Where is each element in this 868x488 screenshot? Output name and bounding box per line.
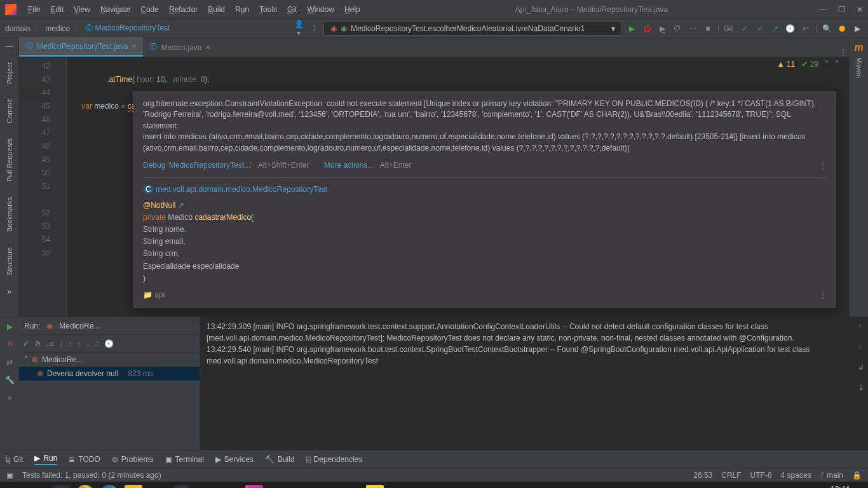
line-ending[interactable]: CRLF	[721, 471, 741, 480]
breadcrumb[interactable]: medico	[45, 24, 70, 33]
edge-icon[interactable]	[100, 485, 118, 488]
popup-options-icon[interactable]: ⋮	[819, 290, 827, 301]
breadcrumb[interactable]: domain	[5, 24, 30, 33]
search-icon[interactable]: 🔍	[28, 485, 46, 488]
run-icon[interactable]: ▶	[626, 24, 637, 33]
more-icon[interactable]: »	[7, 287, 11, 296]
class-path[interactable]: med.voll.api.domain.medico.MedicoReposit…	[156, 185, 327, 194]
coverage-icon[interactable]: ▶̲	[656, 24, 668, 33]
export-icon[interactable]: □	[95, 339, 99, 348]
fold-gutter[interactable]	[54, 57, 67, 316]
app-icon[interactable]: 🦝	[342, 485, 360, 488]
terminal-tool-button[interactable]: ▣ Terminal	[165, 455, 204, 464]
tool-windows-icon[interactable]: ▣	[6, 471, 13, 480]
explorer-icon[interactable]: 📁	[125, 485, 142, 488]
more-icon[interactable]: 🕘	[104, 339, 114, 348]
attach-icon[interactable]: ⋯	[687, 24, 698, 33]
maven-icon[interactable]: m	[854, 42, 863, 53]
maven-toolwindow[interactable]: Maven	[855, 53, 863, 82]
build-tool-button[interactable]: 🔨 Build	[265, 455, 295, 464]
indent[interactable]: 4 spaces	[781, 471, 811, 480]
breadcrumb[interactable]: Ⓒ MedicoRepositoryTest	[85, 23, 170, 34]
minimize-button[interactable]: —	[819, 5, 827, 14]
search-icon[interactable]: 🔍	[821, 24, 832, 33]
close-icon[interactable]: ✕	[205, 44, 210, 51]
test-node-root[interactable]: ˅⊗MedicoRe...	[19, 353, 200, 367]
git-commit-icon[interactable]: ✓	[754, 24, 766, 33]
problems-tool-button[interactable]: ⊝ Problems	[112, 455, 154, 464]
menu-run[interactable]: Run	[231, 3, 253, 17]
tab-medicorepositorytest[interactable]: ⒸMedicoRepositoryTest.java✕	[19, 37, 143, 57]
tab-options-icon[interactable]: ⋮	[837, 48, 849, 57]
menu-edit[interactable]: Edit	[46, 3, 67, 17]
expand-icon[interactable]: ↓	[59, 339, 63, 348]
test-node-fail[interactable]: ⊗Deveria devolver null 823 ms	[19, 367, 200, 381]
toggle-icon[interactable]: ⇄	[6, 358, 13, 367]
scroll-down-icon[interactable]: ↓	[858, 341, 864, 353]
app-icon[interactable]: 🔐	[294, 485, 311, 488]
jetbrains-icon[interactable]: ▶	[851, 24, 863, 33]
scroll-up-icon[interactable]: ↑	[858, 321, 864, 332]
git-history-icon[interactable]: 🕘	[785, 24, 796, 33]
popup-options-icon[interactable]: ⋮	[819, 160, 827, 171]
git-tool-button[interactable]: ʮ Git	[5, 455, 23, 464]
git-update-icon[interactable]: ✓	[739, 24, 750, 33]
app-icon[interactable]: 🎨	[149, 485, 166, 488]
rerun-failed-icon[interactable]: ⟲	[6, 340, 13, 349]
menu-help[interactable]: Help	[341, 3, 364, 17]
ide-settings-icon[interactable]: ⬣	[836, 24, 848, 33]
soft-wrap-icon[interactable]: ↲	[858, 362, 864, 373]
app-icon[interactable]	[366, 485, 384, 488]
eclipse2-icon[interactable]	[173, 485, 191, 488]
eclipse-icon[interactable]	[52, 485, 70, 488]
more-icon[interactable]: »	[8, 393, 12, 402]
app-icon[interactable]: ❯	[221, 485, 239, 488]
services-tool-button[interactable]: ▶ Services	[215, 455, 254, 464]
start-button[interactable]	[4, 485, 22, 488]
inspection-badges[interactable]: ▲ 11 ✔ 29 ˄˅	[777, 60, 839, 69]
todo-tool-button[interactable]: ≣ TODO	[69, 455, 100, 464]
chrome-icon[interactable]	[76, 485, 94, 488]
run-tool-button[interactable]: ▶ Run	[34, 454, 57, 465]
profile-icon[interactable]: ⏱	[672, 24, 683, 33]
intellij-icon[interactable]	[245, 485, 263, 488]
rerun-icon[interactable]: ▶	[7, 322, 13, 331]
stop-icon[interactable]: ■	[702, 24, 714, 33]
settings-icon[interactable]: 🔧	[5, 376, 15, 384]
structure-toolwindow[interactable]: Structure	[6, 243, 13, 280]
hammer-icon[interactable]: ⤴	[308, 24, 320, 33]
dependencies-tool-button[interactable]: ⌸ Dependencies	[306, 455, 363, 464]
pass-filter-icon[interactable]: ✔	[23, 339, 29, 348]
next-icon[interactable]: ↓	[86, 339, 90, 348]
menu-code[interactable]: Code	[137, 3, 163, 17]
encoding[interactable]: UTF-8	[750, 471, 772, 480]
obs-icon[interactable]: ◉	[269, 485, 287, 488]
debug-action-link[interactable]: Debug 'MedicoRepositoryTest...'	[143, 161, 252, 170]
collapse-icon[interactable]: —	[6, 42, 13, 51]
bookmarks-toolwindow[interactable]: Bookmarks	[6, 193, 13, 236]
menu-navigate[interactable]: Navigate	[97, 3, 134, 17]
more-actions-link[interactable]: More actions...	[324, 161, 374, 170]
git-push-icon[interactable]: ↗	[770, 24, 781, 33]
git-rollback-icon[interactable]: ↩	[800, 24, 811, 33]
caret-position[interactable]: 26:53	[693, 471, 712, 480]
prev-icon[interactable]: ↑	[77, 339, 81, 348]
menu-git[interactable]: Git	[283, 3, 301, 17]
menu-file[interactable]: File	[24, 3, 44, 17]
menu-view[interactable]: View	[70, 3, 94, 17]
app-icon[interactable]: ✚1	[197, 485, 215, 488]
debug-icon[interactable]: 🐞	[641, 24, 653, 33]
tab-medico[interactable]: ⒸMedico.java✕	[143, 38, 217, 57]
menu-window[interactable]: Window	[303, 3, 338, 17]
console-output[interactable]: 13:42:29.309 [main] INFO org.springframe…	[200, 317, 868, 450]
close-button[interactable]: ✕	[857, 5, 863, 14]
vscode-icon[interactable]: ⧉	[318, 485, 336, 488]
user-icon[interactable]: 👤▾	[293, 20, 304, 37]
close-icon[interactable]: ✕	[132, 43, 137, 50]
menu-refactor[interactable]: Refactor	[165, 3, 201, 17]
project-toolwindow[interactable]: Project	[6, 58, 13, 88]
commit-toolwindow[interactable]: Commit	[6, 95, 13, 127]
lock-icon[interactable]: 🔒	[852, 471, 862, 480]
git-branch[interactable]: ᚶ main	[820, 471, 843, 480]
maximize-button[interactable]: ❐	[838, 5, 845, 14]
